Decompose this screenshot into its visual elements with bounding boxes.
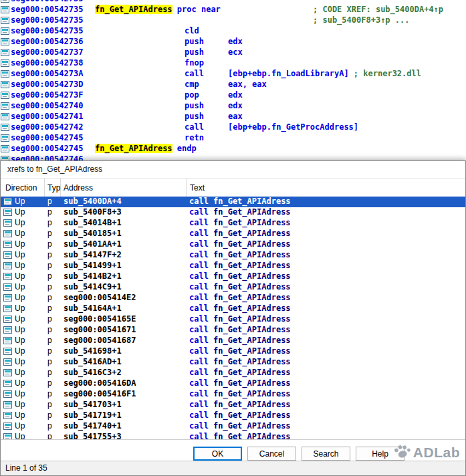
- disasm-line[interactable]: seg000:00542746: [0, 154, 466, 160]
- call-instruction: call: [189, 271, 209, 281]
- disasm-line[interactable]: seg000:00542745retn: [0, 133, 466, 144]
- table-row[interactable]: Uppsub_5401AA+1callfn_Get_APIAdress: [1, 239, 465, 250]
- table-row[interactable]: Uppseg000:0054165Ecallfn_Get_APIAdress: [1, 314, 465, 325]
- table-row[interactable]: Uppsub_541719+1callfn_Get_APIAdress: [1, 410, 465, 421]
- table-row[interactable]: Uppsub_540185+1callfn_Get_APIAdress: [1, 229, 465, 239]
- table-row[interactable]: Uppsub_5400F8+3callfn_Get_APIAdress: [1, 207, 465, 218]
- type-cell: p: [47, 432, 52, 439]
- type-cell: p: [47, 218, 52, 227]
- xref-row-icon: [3, 369, 12, 376]
- code-line-icon: [1, 124, 9, 131]
- type-cell: p: [47, 421, 52, 431]
- target-function: fn_Get_APIAdress: [213, 410, 291, 420]
- column-header-text[interactable]: Text: [187, 178, 465, 197]
- mnemonic: cld: [185, 26, 199, 35]
- table-row[interactable]: Uppseg000:00541671callfn_Get_APIAdress: [1, 325, 465, 336]
- ok-button[interactable]: OK: [193, 447, 242, 461]
- disasm-line[interactable]: seg000:00542745fn_Get_APIAdress endp: [0, 144, 466, 154]
- column-header-address[interactable]: Address: [61, 178, 187, 197]
- disasm-line[interactable]: seg000:00542735cld: [0, 26, 466, 37]
- disasm-line[interactable]: seg000:00542740pushedx: [0, 101, 466, 112]
- disasm-line[interactable]: seg000:00542735; sub_5400F8+3↑p ...: [0, 15, 466, 26]
- table-row[interactable]: Uppsub_541499+1callfn_Get_APIAdress: [1, 261, 465, 271]
- type-cell: p: [47, 389, 52, 398]
- type-cell: p: [47, 239, 52, 249]
- table-row[interactable]: Uppsub_5416C3+2callfn_Get_APIAdress: [1, 368, 465, 378]
- table-row[interactable]: Uppsub_5414B2+1callfn_Get_APIAdress: [1, 271, 465, 282]
- adlab-label: ADLab: [413, 445, 460, 461]
- disasm-line[interactable]: seg000:00542737pushecx: [0, 47, 466, 58]
- search-button[interactable]: Search: [302, 447, 350, 461]
- target-function: fn_Get_APIAdress: [213, 293, 291, 302]
- address-cell: sub_5416AD+1: [64, 357, 122, 366]
- table-row[interactable]: Uppseg000:005416F1callfn_Get_APIAdress: [1, 389, 465, 400]
- direction-cell: Up: [15, 325, 25, 334]
- address-label: seg000:0054273F: [11, 90, 83, 100]
- column-header-direction[interactable]: Direction: [1, 178, 45, 197]
- operands: eax: [228, 112, 243, 121]
- xref-row-icon: [3, 273, 12, 280]
- disasm-line[interactable]: seg000:00542735: [0, 0, 466, 5]
- table-row[interactable]: Uppsub_54164A+1callfn_Get_APIAdress: [1, 304, 465, 314]
- mnemonic: push: [185, 47, 204, 57]
- table-row[interactable]: Uppsub_5414C9+1callfn_Get_APIAdress: [1, 282, 465, 293]
- xref-row-icon: [3, 241, 12, 248]
- direction-cell: Up: [15, 357, 25, 366]
- disasm-line[interactable]: seg000:0054273Dcmpeax, eax: [0, 80, 466, 90]
- table-row[interactable]: Uppseg000:005416DAcallfn_Get_APIAdress: [1, 378, 465, 389]
- target-function: fn_Get_APIAdress: [213, 218, 291, 227]
- table-row[interactable]: Uppseg000:00541687callfn_Get_APIAdress: [1, 336, 465, 346]
- inline-comment: ; kerner32.dll: [349, 69, 421, 78]
- disasm-line[interactable]: seg000:00542742call[ebp+ebp.fn_GetProcAd…: [0, 122, 466, 133]
- table-row[interactable]: Uppsub_541740+1callfn_Get_APIAdress: [1, 421, 465, 432]
- code-line-icon: [1, 113, 9, 120]
- call-instruction: call: [189, 389, 209, 398]
- operands: edx: [228, 101, 243, 110]
- disasm-line[interactable]: seg000:0054273Acall[ebp+ebp.fn_LoadLibra…: [0, 69, 466, 80]
- address-label: seg000:00542741: [11, 112, 83, 121]
- table-row[interactable]: Uppsub_5400DA+4callfn_Get_APIAdress: [1, 197, 465, 207]
- target-function: fn_Get_APIAdress: [213, 325, 291, 334]
- disasm-line[interactable]: seg000:00542738fnop: [0, 58, 466, 69]
- xref-list[interactable]: Uppsub_5400DA+4callfn_Get_APIAdressUppsu…: [1, 197, 465, 439]
- address-label: seg000:0054273D: [11, 80, 83, 89]
- xref-row-icon: [3, 230, 12, 237]
- direction-cell: Up: [15, 432, 25, 439]
- table-row[interactable]: Uppsub_541703+1callfn_Get_APIAdress: [1, 400, 465, 410]
- call-instruction: call: [189, 250, 209, 259]
- disasm-line[interactable]: seg000:00542736pushedx: [0, 37, 466, 47]
- type-cell: p: [47, 271, 52, 281]
- address-label: seg000:00542742: [11, 122, 83, 132]
- code-line-icon: [1, 70, 9, 78]
- mnemonic: retn: [185, 133, 204, 142]
- type-cell: p: [47, 346, 52, 356]
- table-row[interactable]: Uppseg000:005414E2callfn_Get_APIAdress: [1, 293, 465, 304]
- disasm-line[interactable]: seg000:00542741pusheax: [0, 112, 466, 122]
- table-row[interactable]: Uppsub_5416AD+1callfn_Get_APIAdress: [1, 357, 465, 368]
- mnemonic: pop: [185, 90, 199, 100]
- column-header-typ[interactable]: Typ: [45, 178, 61, 197]
- table-row[interactable]: Uppsub_541755+3callfn_Get_APIAdress: [1, 432, 465, 439]
- type-cell: p: [47, 229, 52, 238]
- disasm-line[interactable]: seg000:00542735fn_Get_APIAdress proc nea…: [0, 5, 466, 15]
- address-cell: sub_5416C3+2: [64, 368, 122, 377]
- direction-cell: Up: [15, 368, 25, 377]
- function-name-highlighted[interactable]: fn_Get_APIAdress: [95, 5, 172, 14]
- table-row[interactable]: Uppsub_54014B+1callfn_Get_APIAdress: [1, 218, 465, 229]
- code-line-icon: [1, 156, 9, 160]
- table-row[interactable]: Uppsub_541698+1callfn_Get_APIAdress: [1, 346, 465, 357]
- disassembly-view[interactable]: seg000:00542735seg000:00542735fn_Get_API…: [0, 0, 466, 160]
- address-label: seg000:0054273A: [11, 69, 83, 78]
- xref-row-icon: [3, 305, 12, 312]
- call-instruction: call: [189, 400, 209, 409]
- dialog-buttons: OK Cancel Search Help ADL: [1, 439, 465, 462]
- table-row[interactable]: Uppsub_54147F+2callfn_Get_APIAdress: [1, 250, 465, 261]
- address-label: seg000:00542735: [11, 5, 83, 14]
- function-name-highlighted[interactable]: fn_Get_APIAdress: [95, 144, 172, 153]
- cancel-button[interactable]: Cancel: [247, 447, 296, 461]
- ida-window: seg000:00542735seg000:00542735fn_Get_API…: [0, 0, 466, 476]
- address-cell: sub_541740+1: [64, 421, 122, 431]
- disasm-line[interactable]: seg000:0054273Fpopedx: [0, 90, 466, 101]
- dialog-title[interactable]: xrefs to fn_Get_APIAdress: [1, 161, 465, 178]
- target-function: fn_Get_APIAdress: [213, 336, 291, 345]
